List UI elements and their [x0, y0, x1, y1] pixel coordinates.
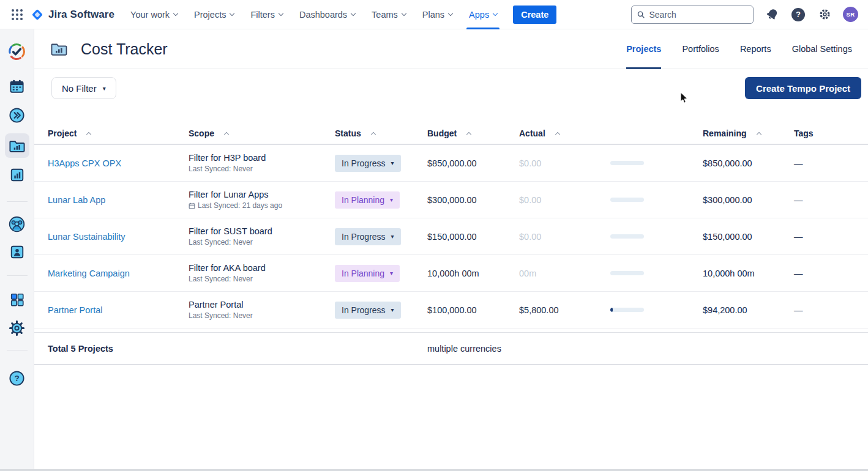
sidebar-profile-icon[interactable] — [9, 244, 25, 260]
menu-dashboards[interactable]: Dashboards — [299, 0, 355, 29]
project-link[interactable]: Marketing Campaign — [48, 269, 130, 278]
status-dropdown[interactable]: In Progress▾ — [335, 155, 401, 172]
user-avatar[interactable]: SR — [843, 7, 858, 22]
project-link[interactable]: Lunar Lab App — [48, 195, 105, 205]
actual-value: $0.00 — [519, 195, 541, 205]
budget-value: $850,000.00 — [427, 158, 477, 168]
settings-gear-icon[interactable] — [817, 7, 832, 23]
menu-apps[interactable]: Apps — [469, 0, 497, 29]
tags-value: — — [794, 232, 803, 242]
status-dropdown[interactable]: In Progress▾ — [335, 302, 401, 319]
tags-value: — — [794, 195, 803, 205]
app-switcher-icon[interactable] — [9, 6, 26, 23]
caret-down-icon: ▾ — [390, 197, 393, 203]
budget-value: $100,000.00 — [427, 305, 477, 315]
chevron-down-icon — [351, 10, 356, 15]
column-header-project[interactable]: Project — [48, 128, 189, 138]
tempo-sidebar: ? — [0, 29, 34, 469]
column-header-scope[interactable]: Scope — [189, 128, 335, 138]
sidebar-reports-icon[interactable] — [9, 167, 25, 183]
sidebar-divider — [7, 201, 28, 202]
sidebar-settings-icon[interactable] — [9, 320, 25, 336]
projects-table: Project Scope Status Budget Actual Remai… — [34, 122, 868, 365]
chevron-down-icon — [493, 10, 498, 15]
scope-sub: Last Synced: 21 days ago — [189, 201, 335, 210]
column-header-tags: Tags — [794, 128, 868, 138]
menu-projects[interactable]: Projects — [194, 0, 234, 29]
help-icon[interactable]: ? — [790, 7, 806, 23]
caret-down-icon: ▾ — [103, 85, 106, 92]
sidebar-cost-tracker-icon[interactable] — [5, 133, 29, 158]
sort-up-icon — [224, 132, 229, 136]
sort-up-icon — [371, 132, 376, 136]
remaining-value: $94,200.00 — [703, 305, 747, 315]
remaining-value: 10,000h 00m — [703, 269, 755, 278]
column-header-remaining[interactable]: Remaining — [703, 128, 794, 138]
sidebar-apps-icon[interactable] — [9, 292, 25, 308]
chevron-down-icon — [279, 10, 283, 15]
scope-title: Filter for Lunar Apps — [189, 190, 335, 199]
actual-value: $0.00 — [519, 232, 541, 242]
progress-bar — [610, 234, 644, 239]
column-header-budget[interactable]: Budget — [427, 128, 519, 138]
nav-right-cluster: ? SR — [631, 6, 858, 24]
page-tabs: Projects Portfolios Reports Global Setti… — [626, 29, 852, 69]
sidebar-teams-icon[interactable] — [8, 215, 26, 233]
table-row: Lunar Sustainability Filter for SUST boa… — [34, 218, 868, 255]
table-row: H3Apps CPX OPX Filter for H3P board Last… — [34, 145, 868, 182]
top-navigation: Jira Software Your work Projects Filters… — [0, 0, 868, 29]
sidebar-calendar-icon[interactable] — [9, 78, 25, 95]
tab-portfolios[interactable]: Portfolios — [682, 29, 719, 69]
menu-filters[interactable]: Filters — [250, 0, 282, 29]
tab-reports[interactable]: Reports — [740, 29, 771, 69]
tags-value: — — [794, 305, 803, 315]
status-dropdown[interactable]: In Progress▾ — [335, 228, 401, 245]
create-button[interactable]: Create — [513, 6, 556, 24]
app-title: Jira Software — [48, 9, 114, 21]
remaining-value: $150,000.00 — [703, 232, 752, 242]
project-link[interactable]: Partner Portal — [48, 305, 102, 315]
scope-sub: Last Synced: Never — [189, 238, 335, 247]
caret-down-icon: ▾ — [390, 270, 393, 276]
scope-sub: Last Synced: Never — [189, 311, 335, 320]
jira-logo[interactable]: Jira Software — [31, 8, 114, 21]
chevron-down-icon — [230, 10, 234, 15]
notifications-bell-icon[interactable] — [764, 7, 780, 23]
search-box[interactable] — [631, 6, 754, 24]
app-window: Jira Software Your work Projects Filters… — [0, 0, 868, 471]
page-title: Cost Tracker — [81, 40, 168, 58]
scope-title: Filter for SUST board — [189, 226, 335, 236]
caret-down-icon: ▾ — [391, 160, 394, 166]
status-dropdown[interactable]: In Planning▾ — [335, 265, 400, 282]
tempo-logo-icon[interactable] — [8, 43, 26, 61]
budget-value: $150,000.00 — [427, 232, 477, 242]
caret-down-icon: ▾ — [391, 234, 394, 240]
tab-global-settings[interactable]: Global Settings — [792, 29, 852, 69]
create-tempo-project-button[interactable]: Create Tempo Project — [745, 77, 861, 99]
menu-plans[interactable]: Plans — [422, 0, 452, 29]
menu-teams[interactable]: Teams — [372, 0, 406, 29]
scope-sub: Last Synced: Never — [189, 275, 335, 283]
toolbar: No Filter▾ Create Tempo Project — [51, 77, 861, 99]
tab-projects[interactable]: Projects — [626, 29, 661, 69]
sidebar-quick-actions-icon[interactable] — [9, 107, 25, 124]
sidebar-help-icon[interactable]: ? — [9, 370, 25, 387]
project-link[interactable]: Lunar Sustainability — [48, 232, 125, 242]
cost-tracker-icon — [50, 40, 67, 57]
filter-dropdown[interactable]: No Filter▾ — [51, 77, 116, 99]
menu-your-work[interactable]: Your work — [130, 0, 178, 29]
budget-value: $300,000.00 — [427, 195, 477, 205]
search-icon — [637, 10, 645, 19]
scope-title: Filter for H3P board — [189, 153, 335, 163]
column-header-status[interactable]: Status — [335, 128, 427, 138]
caret-down-icon: ▾ — [391, 307, 394, 313]
table-row: Marketing Campaign Filter for AKA board … — [34, 255, 868, 292]
search-input[interactable] — [649, 10, 747, 20]
sort-up-icon — [466, 132, 471, 136]
project-link[interactable]: H3Apps CPX OPX — [48, 158, 121, 168]
column-header-actual[interactable]: Actual — [519, 128, 610, 138]
chevron-down-icon — [402, 10, 406, 15]
table-header: Project Scope Status Budget Actual Remai… — [34, 122, 868, 145]
table-row: Lunar Lab App Filter for Lunar Apps Last… — [34, 182, 868, 218]
status-dropdown[interactable]: In Planning▾ — [335, 191, 400, 209]
